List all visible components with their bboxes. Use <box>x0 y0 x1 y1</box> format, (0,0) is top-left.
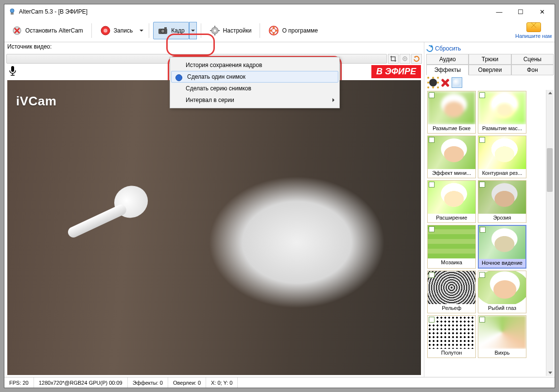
source-label: Источник видео: <box>4 42 424 53</box>
submenu-arrow-icon <box>332 98 334 102</box>
reload-icon <box>425 44 434 53</box>
effect-item[interactable]: Эрозия <box>478 180 526 223</box>
menu-history[interactable]: История сохранения кадров <box>170 59 339 71</box>
effect-item[interactable]: Рыбий глаз <box>478 271 526 313</box>
window-controls: — ☐ ✕ <box>489 5 553 18</box>
status-fps: FPS: 20 <box>4 377 34 388</box>
svg-rect-1 <box>11 13 14 15</box>
refresh-button[interactable] <box>411 54 422 64</box>
stop-label: Остановить AlterCam <box>25 27 83 34</box>
tab-overlays[interactable]: Оверлеи <box>469 65 511 75</box>
effect-item[interactable]: Вихрь <box>478 315 526 358</box>
scroll-down-icon <box>548 372 552 374</box>
camera-icon <box>157 25 168 36</box>
maximize-button[interactable]: ☐ <box>510 5 531 18</box>
chevron-down-icon <box>140 30 143 32</box>
chevron-down-icon <box>191 30 195 32</box>
frame-label: Кадр <box>171 27 184 34</box>
status-overlays: Оверлеи: 0 <box>168 377 206 388</box>
effect-item[interactable]: Мозаика <box>427 225 476 269</box>
effect-item[interactable]: Контурная рез... <box>478 136 526 178</box>
reset-label: Сбросить <box>435 45 461 52</box>
window-title: AlterCam 5.3 - [В ЭФИРЕ] <box>19 8 489 15</box>
main-toolbar: Остановить AlterCam Запись Кадр Настройк… <box>4 19 555 42</box>
effect-item[interactable]: Эффект мини... <box>427 136 476 178</box>
effect-label: Вихрь <box>478 349 526 358</box>
tab-audio[interactable]: Аудио <box>426 54 469 65</box>
tab-scenes[interactable]: Сцены <box>511 54 554 65</box>
effect-label: Рельеф <box>428 304 475 313</box>
svg-point-17 <box>272 29 276 33</box>
svg-point-11 <box>213 29 216 32</box>
close-button[interactable]: ✕ <box>531 5 553 18</box>
svg-point-0 <box>10 9 14 13</box>
settings-button[interactable]: Настройки <box>205 22 256 39</box>
mic-icon[interactable] <box>8 66 17 78</box>
status-bar: FPS: 20 1280x720*@RGB24 GPU(P) 00:09 Эфф… <box>4 377 555 388</box>
status-resolution: 1280x720*@RGB24 GPU(P) 00:09 <box>34 377 128 388</box>
app-icon <box>8 8 16 16</box>
effect-item[interactable]: Рельеф <box>427 271 476 313</box>
tab-effects[interactable]: Эффекты <box>426 65 469 75</box>
app-window: AlterCam 5.3 - [В ЭФИРЕ] — ☐ ✕ Остановит… <box>4 4 555 388</box>
frame-dropdown[interactable] <box>189 22 197 39</box>
svg-rect-20 <box>11 66 14 72</box>
effect-item[interactable]: Размытие мас... <box>478 91 526 134</box>
about-button[interactable]: О программе <box>264 22 322 39</box>
menu-single-shot[interactable]: Сделать один снимок <box>171 71 338 83</box>
reset-button[interactable]: Сбросить <box>426 43 554 54</box>
frame-dropdown-menu: История сохранения кадров Сделать один с… <box>170 57 340 108</box>
effect-label: Рыбий глаз <box>478 304 526 313</box>
stop-button[interactable]: Остановить AlterCam <box>7 22 87 39</box>
status-effects: Эффекты: 0 <box>128 377 168 388</box>
menu-history-label: История сохранения кадров <box>186 62 262 68</box>
effect-label: Расширение <box>428 214 475 222</box>
effect-item[interactable]: Размытие Боке <box>427 91 476 134</box>
svg-point-19 <box>404 58 406 60</box>
menu-series-label: Сделать серию снимков <box>186 85 251 92</box>
tab-tricks[interactable]: Трюки <box>469 54 511 65</box>
separator <box>260 23 260 38</box>
effect-item[interactable]: Расширение <box>427 180 476 223</box>
tab-background[interactable]: Фон <box>511 65 554 75</box>
node-dark-icon[interactable] <box>427 77 439 88</box>
node-light-icon[interactable] <box>452 77 462 88</box>
svg-point-8 <box>161 29 165 33</box>
gear-mini-button[interactable] <box>400 54 410 64</box>
video-preview[interactable]: iVCam <box>7 80 421 375</box>
effect-label: Мозаика <box>428 258 475 267</box>
effect-item-selected[interactable]: Ночное видение <box>478 225 526 269</box>
scrollbar[interactable] <box>546 90 554 376</box>
record-icon <box>100 25 111 36</box>
separator <box>91 23 92 38</box>
gear-icon <box>210 25 220 36</box>
settings-label: Настройки <box>223 27 252 34</box>
effect-item[interactable]: Полутон <box>427 315 476 358</box>
about-label: О программе <box>282 27 317 34</box>
scroll-up-icon <box>548 92 552 94</box>
record-button[interactable]: Запись <box>96 22 137 39</box>
lifebuoy-icon <box>268 25 279 36</box>
record-dropdown[interactable] <box>137 22 145 39</box>
video-watermark: iVCam <box>16 94 56 109</box>
effect-label: Размытие мас... <box>478 124 526 133</box>
effect-label: Размытие Боке <box>428 124 475 133</box>
mail-icon <box>526 22 541 32</box>
record-label: Запись <box>114 27 133 34</box>
tabs-row-2: Эффекты Оверлеи Фон <box>426 65 554 75</box>
menu-series-shot[interactable]: Сделать серию снимков <box>170 83 339 94</box>
frame-button[interactable]: Кадр <box>153 22 189 39</box>
contact-button[interactable]: Напишите нам <box>515 22 552 39</box>
minimize-button[interactable]: — <box>489 5 510 18</box>
menu-interval[interactable]: Интервал в серии <box>170 94 339 106</box>
stop-icon <box>12 25 22 36</box>
crop-button[interactable] <box>388 54 399 64</box>
tabs-row-1: Аудио Трюки Сцены <box>426 54 554 65</box>
svg-point-6 <box>104 29 107 33</box>
contact-label: Напишите нам <box>515 33 552 39</box>
scroll-thumb[interactable] <box>547 148 553 192</box>
effect-label: Эрозия <box>478 214 526 222</box>
live-badge: В ЭФИРЕ <box>371 65 421 78</box>
effects-pane: Сбросить Аудио Трюки Сцены Эффекты Оверл… <box>424 42 555 377</box>
remove-icon[interactable] <box>441 78 450 87</box>
